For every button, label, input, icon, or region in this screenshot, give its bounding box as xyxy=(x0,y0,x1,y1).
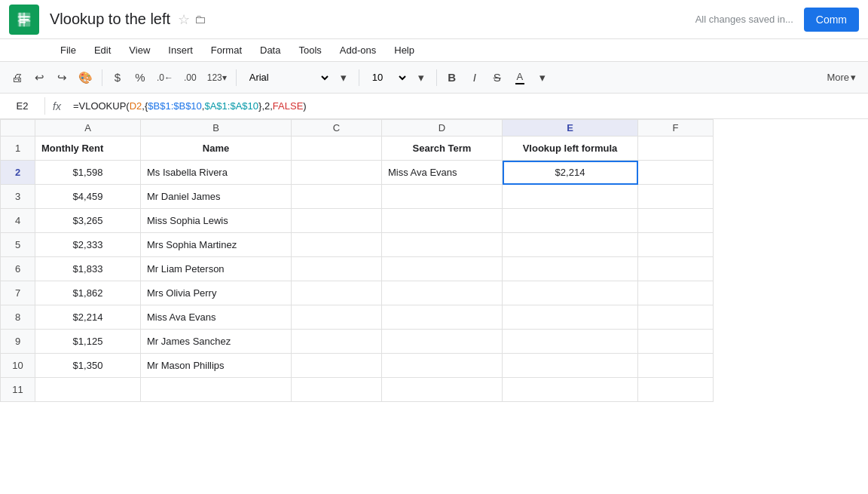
cell-6-C[interactable] xyxy=(292,257,382,281)
bold-button[interactable]: B xyxy=(442,66,463,89)
cell-3-A[interactable]: $4,459 xyxy=(35,185,141,209)
cell-6-F[interactable] xyxy=(638,257,714,281)
cell-6-B[interactable]: Mr Liam Peterson xyxy=(141,257,292,281)
cell-2-C[interactable] xyxy=(292,161,382,185)
row-header-11[interactable]: 11 xyxy=(1,378,35,402)
more-formats-button[interactable]: 123▾ xyxy=(203,66,231,89)
cell-6-E[interactable] xyxy=(503,257,638,281)
cell-4-D[interactable] xyxy=(382,209,503,233)
col-header-b[interactable]: B xyxy=(141,120,292,137)
cell-8-B[interactable]: Miss Ava Evans xyxy=(141,305,292,330)
cell-5-A[interactable]: $2,333 xyxy=(35,233,141,257)
cell-6-A[interactable]: $1,833 xyxy=(35,257,141,281)
cell-9-A[interactable]: $1,125 xyxy=(35,330,141,354)
italic-button[interactable]: I xyxy=(464,66,485,89)
menu-item-data[interactable]: Data xyxy=(252,42,288,58)
star-icon[interactable]: ☆ xyxy=(178,11,190,28)
cell-5-B[interactable]: Mrs Sophia Martinez xyxy=(141,233,292,257)
cell-10-D[interactable] xyxy=(382,354,503,378)
more-button[interactable]: More ▾ xyxy=(821,69,862,86)
cell-8-F[interactable] xyxy=(638,305,714,330)
cell-7-C[interactable] xyxy=(292,281,382,305)
row-header-6[interactable]: 6 xyxy=(1,257,35,281)
menu-item-view[interactable]: View xyxy=(121,42,157,58)
row-header-8[interactable]: 8 xyxy=(1,305,35,330)
increase-decimal-button[interactable]: .00 xyxy=(179,66,201,89)
cell-7-B[interactable]: Mrs Olivia Perry xyxy=(141,281,292,305)
cell-2-F[interactable] xyxy=(638,161,714,185)
menu-item-format[interactable]: Format xyxy=(203,42,249,58)
cell-9-B[interactable]: Mr James Sanchez xyxy=(141,330,292,354)
row-header-5[interactable]: 5 xyxy=(1,233,35,257)
cell-5-D[interactable] xyxy=(382,233,503,257)
cell-11-E[interactable] xyxy=(503,378,638,402)
cell-11-C[interactable] xyxy=(292,378,382,402)
menu-item-add-ons[interactable]: Add-ons xyxy=(332,42,384,58)
cell-9-E[interactable] xyxy=(503,330,638,354)
cell-5-F[interactable] xyxy=(638,233,714,257)
decrease-decimal-button[interactable]: .0← xyxy=(152,66,178,89)
cell-3-E[interactable] xyxy=(503,185,638,209)
cell-2-A[interactable]: $1,598 xyxy=(35,161,141,185)
menu-item-edit[interactable]: Edit xyxy=(87,42,118,58)
cell-2-D[interactable]: Miss Ava Evans xyxy=(382,161,503,185)
undo-button[interactable]: ↩ xyxy=(29,66,50,89)
text-color-dropdown[interactable]: ▾ xyxy=(532,66,553,89)
font-dropdown-button[interactable]: ▾ xyxy=(333,66,354,89)
row-header-4[interactable]: 4 xyxy=(1,209,35,233)
cell-10-A[interactable]: $1,350 xyxy=(35,354,141,378)
cell-9-D[interactable] xyxy=(382,330,503,354)
cell-4-C[interactable] xyxy=(292,209,382,233)
cell-8-C[interactable] xyxy=(292,305,382,330)
row-header-2[interactable]: 2 xyxy=(1,161,35,185)
cell-11-A[interactable] xyxy=(35,378,141,402)
cell-3-D[interactable] xyxy=(382,185,503,209)
text-color-button[interactable]: A xyxy=(509,66,530,89)
cell-4-F[interactable] xyxy=(638,209,714,233)
row-header-3[interactable]: 3 xyxy=(1,185,35,209)
menu-item-tools[interactable]: Tools xyxy=(291,42,329,58)
col-header-e[interactable]: E xyxy=(503,120,638,137)
percent-format-button[interactable]: % xyxy=(130,66,151,89)
cell-7-A[interactable]: $1,862 xyxy=(35,281,141,305)
cell-7-F[interactable] xyxy=(638,281,714,305)
cell-8-E[interactable] xyxy=(503,305,638,330)
cell-9-C[interactable] xyxy=(292,330,382,354)
cell-8-A[interactable]: $2,214 xyxy=(35,305,141,330)
cell-2-B[interactable]: Ms Isabella Rivera xyxy=(141,161,292,185)
cell-11-D[interactable] xyxy=(382,378,503,402)
menu-item-insert[interactable]: Insert xyxy=(160,42,200,58)
cell-1-E[interactable]: Vlookup left formula xyxy=(503,137,638,161)
row-header-9[interactable]: 9 xyxy=(1,330,35,354)
cell-10-C[interactable] xyxy=(292,354,382,378)
cell-4-A[interactable]: $3,265 xyxy=(35,209,141,233)
font-size-selector[interactable]: 10 xyxy=(364,67,409,88)
cell-4-B[interactable]: Miss Sophia Lewis xyxy=(141,209,292,233)
comment-button[interactable]: Comm xyxy=(804,8,859,32)
font-selector[interactable]: Arial xyxy=(241,67,332,88)
folder-icon[interactable]: 🗀 xyxy=(194,13,206,26)
row-header-1[interactable]: 1 xyxy=(1,137,35,161)
cell-1-C[interactable] xyxy=(292,137,382,161)
cell-reference[interactable]: E2 xyxy=(0,97,45,115)
cell-3-B[interactable]: Mr Daniel James xyxy=(141,185,292,209)
cell-1-B[interactable]: Name xyxy=(141,137,292,161)
col-header-d[interactable]: D xyxy=(382,120,503,137)
cell-7-E[interactable] xyxy=(503,281,638,305)
row-header-7[interactable]: 7 xyxy=(1,281,35,305)
row-header-10[interactable]: 10 xyxy=(1,354,35,378)
cell-1-A[interactable]: Monthly Rent xyxy=(35,137,141,161)
cell-11-B[interactable] xyxy=(141,378,292,402)
cell-9-F[interactable] xyxy=(638,330,714,354)
col-header-c[interactable]: C xyxy=(292,120,382,137)
cell-3-C[interactable] xyxy=(292,185,382,209)
print-button[interactable]: 🖨 xyxy=(6,66,27,89)
cell-1-F[interactable] xyxy=(638,137,714,161)
cell-10-B[interactable]: Mr Mason Phillips xyxy=(141,354,292,378)
cell-7-D[interactable] xyxy=(382,281,503,305)
cell-4-E[interactable] xyxy=(503,209,638,233)
col-header-f[interactable]: F xyxy=(638,120,714,137)
currency-format-button[interactable]: $ xyxy=(107,66,128,89)
cell-5-C[interactable] xyxy=(292,233,382,257)
redo-button[interactable]: ↪ xyxy=(51,66,72,89)
